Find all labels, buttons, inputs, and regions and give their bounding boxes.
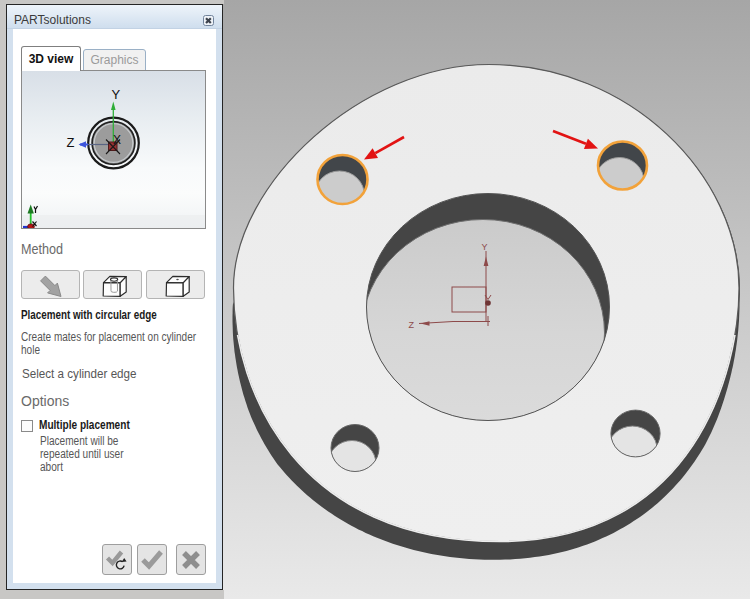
svg-text:Y: Y bbox=[482, 242, 488, 252]
svg-text:Z: Z bbox=[409, 320, 415, 330]
svg-text:Y: Y bbox=[112, 87, 121, 102]
svg-text:Z: Z bbox=[67, 135, 75, 150]
svg-text:X: X bbox=[113, 133, 121, 147]
